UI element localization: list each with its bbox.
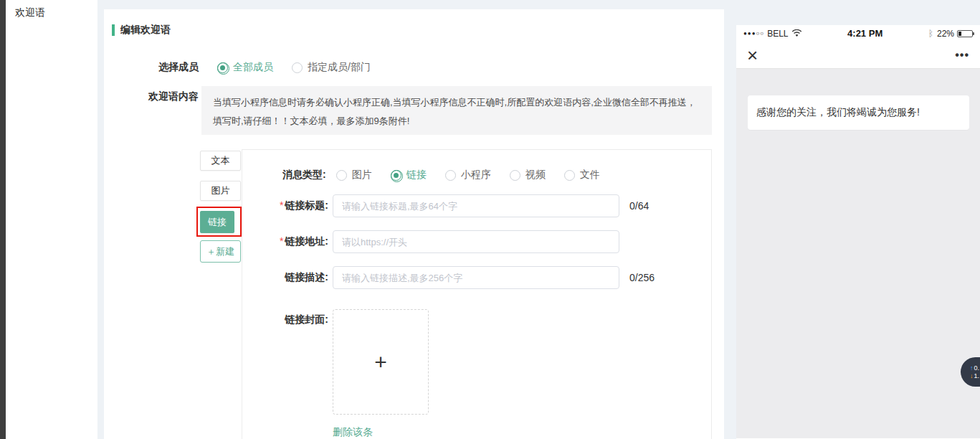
- upload-arrow-icon: ↑: [970, 364, 974, 372]
- tab-link-active[interactable]: 链接: [200, 211, 234, 233]
- radio-all-members-label[interactable]: 全部成员: [233, 61, 273, 74]
- type-miniprogram-label[interactable]: 小程序: [461, 169, 491, 181]
- battery-fill: [958, 32, 961, 36]
- member-select-row: 选择成员 全部成员 指定成员/部门: [158, 61, 371, 74]
- message-type-row: 消息类型: 图片 链接 小程序: [282, 169, 619, 181]
- carrier-label: BELL: [767, 29, 788, 39]
- chat-preview-area: 感谢您的关注，我们将竭诚为您服务!: [736, 69, 980, 438]
- link-url-input[interactable]: [333, 230, 619, 253]
- type-link-label[interactable]: 链接: [406, 169, 427, 181]
- welcome-content-label: 欢迎语内容: [133, 90, 199, 103]
- page: 欢迎语 编辑欢迎语 选择成员 全部成员 指定成员/部门 欢迎语内容 当填写小程序…: [0, 0, 980, 439]
- link-title-counter: 0/64: [629, 200, 649, 212]
- link-desc-input[interactable]: [333, 266, 619, 289]
- radio-type-file[interactable]: [564, 170, 575, 181]
- type-option-miniprogram[interactable]: 小程序: [445, 169, 491, 181]
- required-mark: *: [280, 199, 283, 211]
- status-left: ●●●○○ BELL: [743, 27, 802, 40]
- panel-title: 编辑欢迎语: [120, 24, 171, 37]
- battery-icon: [957, 30, 973, 37]
- download-arrow-icon: ↓: [970, 372, 974, 380]
- download-speed: ↓1.: [970, 372, 979, 380]
- type-option-file[interactable]: 文件: [564, 169, 600, 181]
- radio-specific-members-label[interactable]: 指定成员/部门: [308, 61, 371, 74]
- link-title-label-text: 链接标题:: [285, 199, 328, 211]
- battery-percent: 22%: [937, 29, 954, 39]
- tab-text[interactable]: 文本: [200, 151, 241, 171]
- cover-upload-box[interactable]: +: [333, 309, 429, 415]
- phone-nav-bar: × •••: [736, 42, 980, 69]
- wifi-icon: [791, 27, 802, 40]
- message-type-label: 消息类型:: [282, 169, 326, 181]
- status-time: 4:21 PM: [847, 28, 883, 39]
- panel-header: 编辑欢迎语: [112, 24, 171, 37]
- link-desc-counter: 0/256: [629, 272, 655, 283]
- type-option-image[interactable]: 图片: [336, 169, 372, 181]
- add-new-tab-button[interactable]: ＋新建: [200, 240, 241, 263]
- link-desc-label: 链接描述:: [242, 271, 328, 284]
- type-option-video[interactable]: 视频: [510, 169, 546, 181]
- delete-entry-link[interactable]: 删除该条: [333, 426, 373, 439]
- notice-line-2: 填写时,请仔细！！文本必填，最多添加9条附件!: [213, 112, 700, 131]
- sidebar-item-welcome-message[interactable]: 欢迎语: [6, 0, 97, 26]
- type-option-link[interactable]: 链接: [391, 169, 427, 181]
- link-title-input[interactable]: [333, 194, 619, 217]
- required-mark: *: [280, 235, 283, 247]
- member-select-label: 选择成员: [158, 61, 199, 74]
- welcome-content-notice: 当填写小程序信息时请务必确认小程序正确,当填写小程序信息不正确时,所配置的欢迎语…: [201, 86, 712, 135]
- type-file-label[interactable]: 文件: [580, 169, 600, 181]
- type-video-label[interactable]: 视频: [525, 169, 546, 181]
- sidebar: 欢迎语: [6, 0, 97, 439]
- link-url-label-text: 链接地址:: [285, 235, 328, 247]
- link-url-label: *链接地址:: [242, 235, 328, 248]
- link-message-form: 消息类型: 图片 链接 小程序: [242, 149, 712, 439]
- radio-type-video[interactable]: [510, 170, 520, 181]
- phone-preview: ●●●○○ BELL 4:21 PM ᛒ 22% × ••• 感谢您的关注，我们…: [736, 25, 980, 439]
- radio-type-image[interactable]: [336, 170, 347, 181]
- welcome-message-bubble: 感谢您的关注，我们将竭诚为您服务!: [748, 95, 969, 130]
- upload-value: 0.: [974, 364, 979, 372]
- signal-dots: ●●●○○: [743, 30, 764, 37]
- link-url-row: *链接地址:: [242, 230, 619, 253]
- radio-all-members[interactable]: [217, 62, 228, 73]
- more-options-icon[interactable]: •••: [955, 49, 969, 62]
- edit-welcome-panel: 编辑欢迎语 选择成员 全部成员 指定成员/部门 欢迎语内容 当填写小程序信息时请…: [104, 9, 724, 439]
- radio-type-link[interactable]: [391, 170, 401, 181]
- upload-speed: ↑0.: [970, 364, 979, 372]
- window-edge-strip: [0, 0, 6, 439]
- message-type-options: 图片 链接 小程序 视频: [336, 169, 619, 181]
- header-accent-bar: [112, 24, 115, 36]
- radio-type-miniprogram[interactable]: [445, 170, 456, 181]
- bluetooth-icon: ᛒ: [928, 29, 933, 39]
- close-icon[interactable]: ×: [747, 46, 758, 65]
- status-right: ᛒ 22%: [928, 29, 973, 39]
- link-title-label: *链接标题:: [242, 199, 328, 212]
- phone-status-bar: ●●●○○ BELL 4:21 PM ᛒ 22%: [736, 25, 980, 42]
- notice-line-1: 当填写小程序信息时请务必确认小程序正确,当填写小程序信息不正确时,所配置的欢迎语…: [213, 93, 700, 112]
- plus-icon: +: [374, 351, 387, 373]
- link-desc-row: 链接描述: 0/256: [242, 266, 655, 289]
- tab-image[interactable]: 图片: [200, 181, 241, 201]
- type-image-label[interactable]: 图片: [352, 169, 372, 181]
- radio-specific-members[interactable]: [292, 62, 303, 73]
- link-title-row: *链接标题: 0/64: [242, 194, 649, 217]
- link-cover-label: 链接封面:: [242, 313, 328, 326]
- download-value: 1.: [974, 372, 979, 380]
